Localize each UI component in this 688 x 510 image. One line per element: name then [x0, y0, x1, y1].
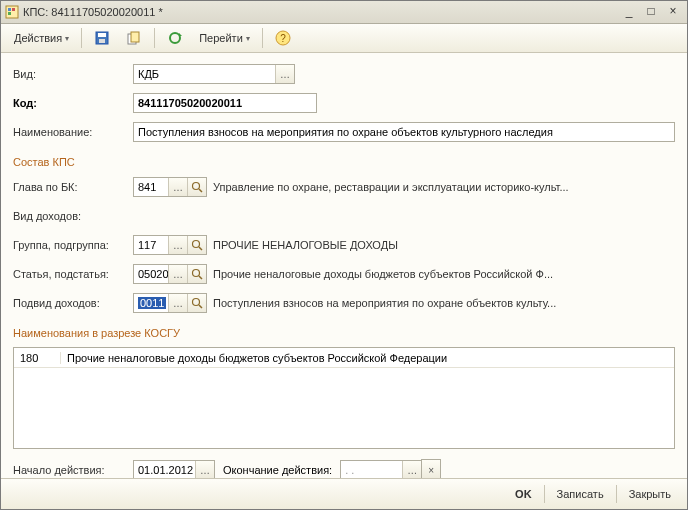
documents-icon — [126, 30, 142, 46]
start-date-label: Начало действия: — [13, 464, 133, 476]
toolbar-help-button[interactable]: ? — [268, 26, 298, 50]
diskette-icon — [94, 30, 110, 46]
svg-point-15 — [193, 241, 200, 248]
close-button[interactable]: × — [663, 3, 683, 21]
podvid-label: Подвид доходов: — [13, 297, 133, 309]
separator — [81, 28, 82, 48]
svg-line-14 — [199, 189, 202, 192]
svg-rect-5 — [98, 33, 106, 37]
form-content: Вид: КДБ … Код: 84111705020020011 Наимен… — [1, 53, 687, 478]
glava-description: Управление по охране, реставрации и эксп… — [207, 181, 569, 193]
ok-button[interactable]: OK — [509, 488, 538, 500]
sostav-section-header: Состав КПС — [13, 156, 675, 168]
kosgu-code: 180 — [14, 352, 61, 364]
statya-label: Статья, подстатья: — [13, 268, 133, 280]
svg-rect-8 — [131, 32, 139, 42]
svg-point-13 — [193, 183, 200, 190]
statya-field[interactable]: 0502002 … — [133, 264, 207, 284]
gruppa-label: Группа, подгруппа: — [13, 239, 133, 251]
kosgu-table[interactable]: 180 Прочие неналоговые доходы бюджетов с… — [13, 347, 675, 449]
ellipsis-button[interactable]: … — [195, 461, 214, 478]
actions-menu[interactable]: Действия▾ — [7, 26, 76, 50]
toolbar-refresh-button[interactable] — [160, 26, 190, 50]
separator — [544, 485, 545, 503]
toolbar-save-button[interactable] — [87, 26, 117, 50]
viddoh-label: Вид доходов: — [13, 210, 133, 222]
svg-rect-1 — [8, 8, 11, 11]
svg-line-18 — [199, 276, 202, 279]
magnifier-button[interactable] — [187, 265, 206, 283]
minimize-button[interactable]: _ — [619, 3, 639, 21]
separator — [262, 28, 263, 48]
svg-point-9 — [170, 33, 180, 43]
svg-point-17 — [193, 270, 200, 277]
chevron-down-icon: ▾ — [246, 34, 250, 43]
vid-label: Вид: — [13, 68, 133, 80]
toolbar: Действия▾ Перейти▾ ? — [1, 24, 687, 53]
footer: OK Записать Закрыть — [1, 478, 687, 509]
podvid-description: Поступления взносов на мероприятия по ох… — [207, 297, 556, 309]
vid-field[interactable]: КДБ … — [133, 64, 295, 84]
kod-field[interactable]: 84111705020020011 — [133, 93, 317, 113]
close-form-button[interactable]: Закрыть — [623, 488, 677, 500]
svg-point-19 — [193, 299, 200, 306]
statya-description: Прочие неналоговые доходы бюджетов субъе… — [207, 268, 553, 280]
ellipsis-button[interactable]: … — [168, 178, 187, 196]
svg-rect-3 — [8, 12, 11, 15]
name-label: Наименование: — [13, 126, 133, 138]
ellipsis-button[interactable]: … — [168, 294, 187, 312]
start-date-field[interactable]: 01.01.2012 … — [133, 460, 215, 478]
svg-rect-0 — [6, 6, 18, 18]
maximize-button[interactable]: □ — [641, 3, 661, 21]
separator — [616, 485, 617, 503]
svg-line-16 — [199, 247, 202, 250]
svg-rect-6 — [99, 39, 105, 43]
kosgu-name: Прочие неналоговые доходы бюджетов субъе… — [61, 352, 674, 364]
window-title: КПС: 84111705020020011 * — [23, 6, 617, 18]
gruppa-description: ПРОЧИЕ НЕНАЛОГОВЫЕ ДОХОДЫ — [207, 239, 398, 251]
kosgu-section-header: Наименования в разрезе КОСГУ — [13, 327, 675, 339]
svg-marker-10 — [179, 33, 182, 36]
ellipsis-button[interactable]: … — [168, 236, 187, 254]
kod-label: Код: — [13, 97, 133, 109]
end-date-label: Окончание действия: — [223, 464, 332, 476]
magnifier-button[interactable] — [187, 178, 206, 196]
ellipsis-button[interactable]: … — [402, 461, 421, 478]
toolbar-copy-button[interactable] — [119, 26, 149, 50]
clear-end-date-button[interactable]: × — [421, 459, 441, 478]
podvid-field[interactable]: 0011 … — [133, 293, 207, 313]
titlebar: КПС: 84111705020020011 * _ □ × — [1, 1, 687, 24]
glava-label: Глава по БК: — [13, 181, 133, 193]
app-icon — [5, 5, 19, 19]
svg-text:?: ? — [280, 33, 286, 44]
table-row[interactable]: 180 Прочие неналоговые доходы бюджетов с… — [14, 348, 674, 368]
svg-rect-2 — [12, 8, 15, 11]
glava-field[interactable]: 841 … — [133, 177, 207, 197]
refresh-icon — [167, 30, 183, 46]
help-icon: ? — [275, 30, 291, 46]
ellipsis-button[interactable]: … — [168, 265, 187, 283]
window: КПС: 84111705020020011 * _ □ × Действия▾… — [0, 0, 688, 510]
chevron-down-icon: ▾ — [65, 34, 69, 43]
gruppa-field[interactable]: 117 … — [133, 235, 207, 255]
save-button[interactable]: Записать — [551, 488, 610, 500]
end-date-field[interactable]: . . … — [340, 460, 422, 478]
ellipsis-button[interactable]: … — [275, 65, 294, 83]
magnifier-button[interactable] — [187, 236, 206, 254]
magnifier-button[interactable] — [187, 294, 206, 312]
goto-menu[interactable]: Перейти▾ — [192, 26, 257, 50]
name-field[interactable]: Поступления взносов на мероприятия по ох… — [133, 122, 675, 142]
svg-line-20 — [199, 305, 202, 308]
separator — [154, 28, 155, 48]
